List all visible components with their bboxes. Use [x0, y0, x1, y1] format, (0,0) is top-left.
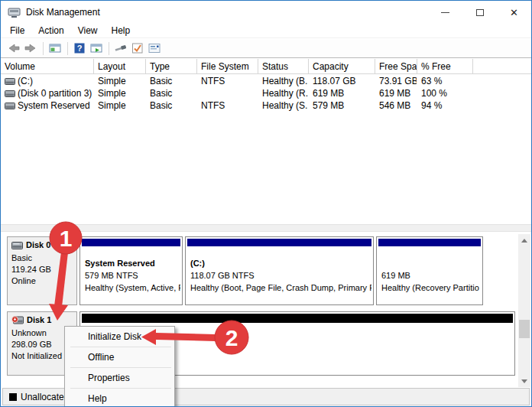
back-icon[interactable] [7, 42, 21, 55]
cell-volume: (Disk 0 partition 3) [18, 87, 94, 99]
vertical-scrollbar[interactable] [518, 234, 530, 387]
cell-type: Basic [150, 75, 196, 87]
partition-size: 619 MB [381, 269, 481, 282]
cell-free-space: 73.91 GB [379, 75, 417, 87]
scroll-up-icon [521, 239, 527, 243]
cell-free-space: 546 MB [379, 99, 417, 112]
menu-action[interactable]: Action [31, 24, 70, 37]
cell-file-system: NTFS [201, 75, 258, 87]
launch-tool-icon[interactable] [114, 42, 128, 55]
table-row[interactable]: (C:) Simple Basic NTFS Healthy (B... 118… [1, 75, 531, 87]
title-bar: Disk Management ✕ [1, 1, 531, 24]
partition-status: Healthy (System, Active, P [85, 282, 180, 294]
disk0-type: Basic [11, 252, 73, 264]
partition-color-strip [378, 239, 481, 246]
partition-status: Healthy (Boot, Page File, Crash Dump, Pr… [190, 282, 371, 294]
table-row[interactable]: System Reserved Simple Basic NTFS Health… [1, 99, 531, 112]
partition-name: (C:) [190, 257, 371, 269]
toolbar: ? [1, 39, 531, 58]
column-header-layout[interactable]: Layout [94, 59, 146, 74]
scroll-up-button[interactable] [518, 234, 530, 246]
partition-color-strip [82, 239, 180, 246]
window-title: Disk Management [26, 7, 100, 18]
menu-bar: File Action View Help [1, 24, 531, 38]
show-console-tree-icon[interactable] [48, 42, 62, 55]
unallocated-color-strip [82, 314, 513, 323]
partition-status: Healthy (Recovery Partitio [381, 282, 481, 294]
toolbar-separator [43, 42, 44, 55]
menu-item-offline[interactable]: Offline [65, 347, 174, 367]
cell-pct-free: 63 % [421, 75, 472, 87]
partition-size: 579 MB NTFS [85, 269, 180, 282]
disk0-size: 119.24 GB [11, 264, 73, 275]
cell-file-system: NTFS [201, 99, 258, 112]
unallocated-swatch [9, 393, 17, 401]
table-row[interactable]: (Disk 0 partition 3) Simple Basic Health… [1, 87, 531, 99]
menu-help[interactable]: Help [105, 24, 138, 37]
close-icon: ✕ [510, 7, 518, 18]
volume-icon [5, 78, 15, 85]
menu-item-properties[interactable]: Properties [65, 368, 174, 388]
properties-icon[interactable] [148, 42, 161, 55]
cell-pct-free: 94 % [421, 99, 472, 112]
app-icon [8, 7, 21, 18]
disk-management-window: Disk Management ✕ File Action View Help … [0, 0, 532, 407]
cell-layout: Simple [98, 99, 145, 112]
menu-item-initialize-disk[interactable]: Initialize Disk [65, 327, 174, 347]
volume-icon [5, 103, 15, 109]
scroll-down-icon [521, 379, 527, 383]
panel-splitter[interactable] [1, 224, 531, 232]
cell-capacity: 619 MB [313, 87, 375, 99]
disk1-name: Disk 1 [27, 314, 51, 326]
column-header-blank [473, 59, 532, 74]
maximize-button[interactable] [462, 1, 497, 24]
column-header-free-space[interactable]: Free Spa... [375, 59, 417, 74]
unallocated-label: Unallocated [21, 392, 69, 402]
cell-volume: (C:) [18, 75, 94, 87]
menu-file[interactable]: File [3, 24, 31, 37]
partition-recovery[interactable]: 619 MB Healthy (Recovery Partitio [376, 236, 483, 305]
disk1-context-menu: Initialize Disk Offline Properties Help [64, 326, 175, 407]
column-header-file-system[interactable]: File System [197, 59, 258, 74]
menu-view[interactable]: View [71, 24, 105, 37]
volume-list-header: Volume Layout Type File System Status Ca… [1, 59, 531, 74]
volume-icon [5, 90, 15, 97]
forward-icon[interactable] [24, 42, 37, 55]
partition-system-reserved[interactable]: System Reserved 579 MB NTFS Healthy (Sys… [79, 236, 183, 305]
cell-free-space: 619 MB [379, 87, 417, 99]
partition-c-drive[interactable]: (C:) 118.07 GB NTFS Healthy (Boot, Page … [185, 236, 374, 305]
cell-capacity: 579 MB [313, 99, 375, 112]
help-icon[interactable]: ? [73, 42, 86, 55]
cell-status: Healthy (R... [262, 87, 308, 99]
column-header-pct-free[interactable]: % Free [417, 59, 473, 74]
menu-item-help[interactable]: Help [65, 389, 174, 407]
scrollbar-thumb[interactable] [519, 320, 530, 338]
minimize-icon [441, 12, 449, 13]
disk0-name: Disk 0 [26, 239, 50, 251]
disk-icon [11, 242, 23, 249]
cell-file-system [201, 87, 258, 99]
cell-capacity: 118.07 GB [313, 75, 375, 87]
cell-pct-free: 100 % [421, 87, 472, 99]
column-header-status[interactable]: Status [258, 59, 309, 74]
check-disk-icon[interactable] [131, 42, 144, 55]
cell-status: Healthy (B... [262, 75, 308, 87]
svg-text:?: ? [77, 44, 83, 53]
disk0-label[interactable]: Disk 0 Basic 119.24 GB Online [7, 236, 77, 305]
close-button[interactable]: ✕ [497, 1, 531, 24]
cell-status: Healthy (S... [262, 99, 308, 112]
toolbar-separator [109, 42, 109, 55]
partition-name [381, 257, 481, 269]
column-header-capacity[interactable]: Capacity [309, 59, 375, 74]
show-action-pane-icon[interactable] [89, 42, 103, 55]
partition-name: System Reserved [85, 257, 180, 269]
disk0-status: Online [11, 275, 73, 287]
partition-size: 118.07 GB NTFS [190, 269, 371, 282]
column-header-type[interactable]: Type [146, 59, 197, 74]
minimize-button[interactable] [428, 1, 462, 24]
scroll-down-button[interactable] [518, 375, 530, 387]
cell-type: Basic [150, 87, 196, 99]
maximize-icon [476, 9, 484, 16]
cell-layout: Simple [98, 87, 145, 99]
column-header-volume[interactable]: Volume [1, 59, 94, 74]
